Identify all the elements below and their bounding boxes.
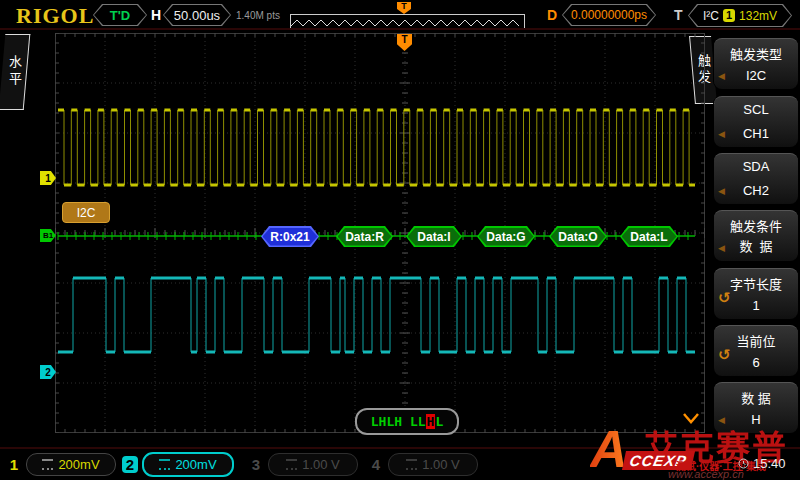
memory-depth: 1.40M pts [236,10,280,21]
channel-scale: 1.00 V [302,457,340,472]
delay-label: D [547,7,557,23]
channel-scale: 200mV [175,457,216,472]
decode-bubble-data: Data:G [477,226,535,247]
clock-time: 15:40 [753,456,786,471]
trigger-info-badge[interactable]: I²C 1 132mV [688,4,792,27]
decode-bubble-data: Data:I [406,226,462,247]
waveform-overview-ribbon[interactable] [290,14,525,29]
top-status-bar: RIGOL T'D H 50.00us 1.40M pts T D 0.0000… [0,0,800,30]
decode-bubble-address: R:0x21 [261,226,319,247]
menu-current-bit-button[interactable]: 当前位 ↺ 6 [714,325,798,376]
dc-coupling-icon [159,459,170,470]
channel-badge-4[interactable]: 4 1.00 V [368,452,478,476]
trigger-status: T'D [110,8,130,23]
channel-number: 2 [122,456,138,473]
timebase-badge[interactable]: 50.00us [163,4,231,26]
scroll-down-chevron-icon[interactable] [681,411,701,427]
channel-badge-3[interactable]: 3 1.00 V [248,452,358,476]
channel-number: 1 [6,456,22,473]
overview-trigger-flag-icon[interactable]: T [397,2,411,14]
channel2-marker[interactable]: 2 [40,365,56,379]
oscilloscope-screen: RIGOL T'D H 50.00us 1.40M pts T D 0.0000… [0,0,800,480]
menu-byte-length-button[interactable]: 字节长度 ↺ 1 [714,268,798,319]
menu-data-button[interactable]: 数 据 ◀ H [714,382,798,433]
horizontal-label: H [151,7,161,23]
channel-status-bar: 1 200mV 2 200mV 3 1.00 V 4 1.00 V 15:40 [0,450,800,480]
tab-horizontal[interactable]: 水平 [0,34,30,110]
trigger-status-badge: T'D [93,4,147,26]
dc-coupling-icon [286,459,297,470]
bits-after: L [435,414,443,429]
timebase-value: 50.00us [174,8,220,23]
trigger-type: I²C [703,9,719,23]
channel1-marker[interactable]: 1 [40,171,56,185]
decode-bus-marker[interactable]: B1 [40,229,56,242]
dc-coupling-icon [42,459,53,470]
decode-bus-label[interactable]: I2C [62,202,110,223]
rigol-logo: RIGOL [16,3,94,29]
delay-value: 0.00000000ps [571,8,647,22]
trigger-source-badge: 1 [723,9,735,22]
menu-trigger-type-button[interactable]: 触发类型 ◀ I2C [714,38,798,89]
menu-trigger-condition-button[interactable]: 触发条件 ◀ 数 据 [714,210,798,261]
channel-number: 4 [368,456,384,473]
decode-bubble-data: Data:R [336,226,393,247]
menu-sda-button[interactable]: SDA ◀ CH2 [714,153,798,204]
bottom-separator [0,447,800,449]
tab-horizontal-label: 水平 [5,55,24,89]
delay-badge[interactable]: 0.00000000ps [562,4,656,26]
channel-badge-2[interactable]: 2 200mV [122,452,234,476]
dc-coupling-icon [406,459,417,470]
bit-current: H [426,414,436,429]
channel-badge-1[interactable]: 1 200mV [6,452,116,476]
clock-icon [738,458,749,469]
channel-scale: 1.00 V [422,457,460,472]
menu-scl-button[interactable]: SCL ◀ CH1 [714,96,798,147]
waveform-display: I2C R:0x21 Data:R Data:I Data:G Data:O D… [55,33,705,433]
channel-number: 3 [248,456,264,473]
top-separator [0,28,800,30]
trigger-label: T [674,7,683,23]
bit-pattern-box: LHLH LLHL [355,408,459,435]
bits-before: LHLH LL [371,414,426,429]
trigger-level: 132mV [739,9,777,23]
decode-bubble-data: Data:L [620,226,678,247]
system-clock: 15:40 [738,456,786,471]
channel-scale: 200mV [58,457,99,472]
decode-bubble-data: Data:O [549,226,607,247]
